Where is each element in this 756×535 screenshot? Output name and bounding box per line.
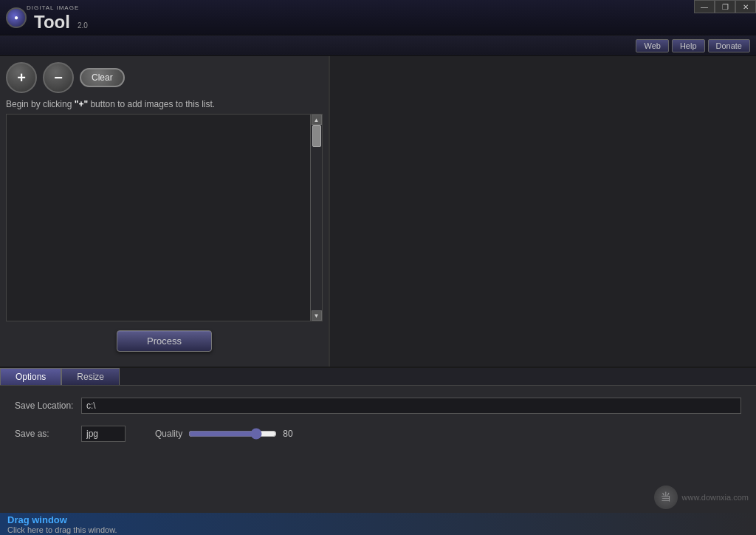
options-area: Options Resize Save Location: Save as: Q… [0,367,756,514]
save-as-label: Save as: [15,429,81,439]
process-row: Process [6,321,323,361]
window-controls: — ❐ ✕ [694,0,756,13]
scroll-down-arrow[interactable]: ▼ [312,310,322,321]
brand-text: DIGITAL IMAGE [27,4,79,11]
hint-button-text: "+" [75,99,88,109]
drag-subtitle: Click here to drag this window. [7,525,117,534]
remove-button[interactable]: − [43,62,74,93]
save-as-input[interactable] [81,426,126,442]
web-button[interactable]: Web [636,39,668,52]
watermark-icon: 当 [654,485,678,509]
scroll-thumb[interactable] [312,125,321,147]
help-button[interactable]: Help [672,39,705,52]
drag-bar[interactable]: Drag window Click here to drag this wind… [0,513,756,535]
app-version: 2.0 [78,21,88,30]
close-button[interactable]: ✕ [735,0,756,13]
scroll-track [311,125,322,310]
watermark-site: www.downxia.com [682,493,749,502]
left-panel: + − Clear Begin by clicking "+" button t… [0,56,329,367]
process-button[interactable]: Process [117,330,212,352]
donate-button[interactable]: Donate [708,39,750,52]
add-button[interactable]: + [6,62,37,93]
image-list: ▲ ▼ [6,114,323,321]
tab-options[interactable]: Options [0,368,61,385]
save-location-input[interactable] [81,398,741,414]
app-title: Tool [34,12,70,33]
scroll-up-arrow[interactable]: ▲ [312,115,322,125]
title-bar: ● DIGITAL IMAGE Tool 2.0 — ❐ ✕ [0,0,756,35]
options-content: Save Location: Save as: Quality 80 [0,386,756,466]
logo-circle: ● [6,7,27,28]
quality-label: Quality [155,429,182,439]
drag-title: Drag window [7,514,117,525]
watermark-char: 当 [661,491,671,504]
quality-slider[interactable] [188,428,277,440]
clear-button[interactable]: Clear [80,68,125,87]
toolbar: + − Clear [6,62,323,93]
save-location-row: Save Location: [15,398,741,414]
quality-value: 80 [283,429,292,439]
hint-prefix: Begin by clicking [6,99,75,109]
logo-area: ● DIGITAL IMAGE Tool 2.0 [6,3,88,33]
nav-bar: Web Help Donate [0,35,756,56]
quality-row: Quality 80 [155,428,293,440]
save-location-label: Save Location: [15,401,81,411]
restore-button[interactable]: ❐ [715,0,735,13]
save-as-row: Save as: Quality 80 [15,426,741,442]
preview-panel [329,56,756,367]
hint-text: Begin by clicking "+" button to add imag… [6,99,323,109]
watermark: 当 www.downxia.com [654,485,749,509]
hint-suffix: button to add images to this list. [88,99,215,109]
minimize-button[interactable]: — [694,0,715,13]
tabs-bar: Options Resize [0,368,756,386]
tab-resize[interactable]: Resize [61,368,120,385]
scrollbar[interactable]: ▲ ▼ [310,115,322,321]
main-content: + − Clear Begin by clicking "+" button t… [0,56,756,367]
